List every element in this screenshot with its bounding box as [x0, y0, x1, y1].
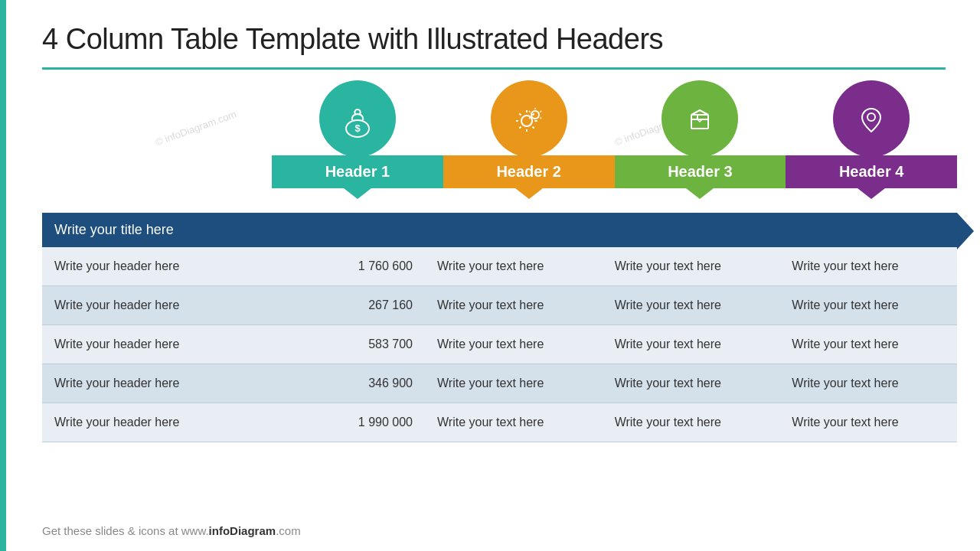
- left-accent-bar: [0, 0, 6, 551]
- table-cell-2-1: 583 700: [260, 325, 425, 364]
- table-cell-2-4: Write your text here: [779, 325, 957, 364]
- header3-icon-circle: [662, 80, 738, 157]
- table-cell-2-0: Write your header here: [42, 325, 260, 364]
- table-cell-0-0: Write your header here: [42, 247, 260, 286]
- table-cell-1-4: Write your text here: [779, 286, 957, 325]
- page-title: 4 Column Table Template with Illustrated…: [42, 23, 663, 56]
- settings-icon: [510, 99, 548, 138]
- table-cell-1-2: Write your text here: [425, 286, 603, 325]
- header4-label: Header 4: [786, 155, 957, 188]
- svg-point-2: [521, 116, 532, 126]
- footer: Get these slides & icons at www.infoDiag…: [42, 524, 301, 537]
- table-cell-1-3: Write your text here: [603, 286, 780, 325]
- header2-icon-circle: [491, 80, 567, 157]
- table-cell-2-2: Write your text here: [425, 325, 603, 364]
- table-container: Write your title here Write your header …: [42, 213, 957, 442]
- header3-label: Header 3: [615, 155, 786, 188]
- header4-icon-circle: [833, 80, 910, 157]
- table-row: Write your header here267 160Write your …: [42, 286, 957, 325]
- table-cell-2-3: Write your text here: [603, 325, 780, 364]
- table-cell-4-2: Write your text here: [425, 403, 603, 442]
- header1-icon-circle: $: [319, 80, 396, 157]
- table-row: Write your header here1 760 600Write you…: [42, 247, 957, 286]
- table-cell-1-1: 267 160: [260, 286, 425, 325]
- footer-suffix: .com: [276, 524, 301, 537]
- footer-brand: infoDiagram: [209, 524, 276, 537]
- title-underline: [42, 67, 946, 70]
- table-cell-3-4: Write your text here: [779, 364, 957, 403]
- table-cell-3-0: Write your header here: [42, 364, 260, 403]
- header2-label: Header 2: [443, 155, 615, 188]
- row-label-spacer: [42, 80, 272, 188]
- box-icon: [681, 99, 719, 138]
- table-cell-4-4: Write your text here: [779, 403, 957, 442]
- table-cell-4-3: Write your text here: [603, 403, 780, 442]
- column-header-4: Header 4: [786, 80, 957, 188]
- section-title-text: Write your title here: [54, 222, 174, 237]
- footer-text: Get these slides & icons at www.: [42, 524, 209, 537]
- table-row: Write your header here346 900Write your …: [42, 364, 957, 403]
- column-header-3: Header 3: [615, 80, 786, 188]
- table-cell-0-2: Write your text here: [425, 247, 603, 286]
- money-bag-icon: $: [338, 99, 377, 138]
- location-icon: [852, 99, 890, 138]
- header1-label: Header 1: [272, 155, 443, 188]
- column-headers-area: $ Header 1 Header 2: [42, 80, 957, 188]
- section-title-row: Write your title here: [42, 213, 957, 247]
- table-cell-4-0: Write your header here: [42, 403, 260, 442]
- data-table: Write your header here1 760 600Write you…: [42, 247, 957, 442]
- table-cell-0-3: Write your text here: [603, 247, 780, 286]
- table-cell-1-0: Write your header here: [42, 286, 260, 325]
- svg-point-5: [867, 113, 875, 121]
- table-cell-3-3: Write your text here: [603, 364, 780, 403]
- svg-text:$: $: [354, 122, 361, 134]
- column-header-2: Header 2: [443, 80, 615, 188]
- table-cell-4-1: 1 990 000: [260, 403, 425, 442]
- table-row: Write your header here583 700Write your …: [42, 325, 957, 364]
- table-cell-0-4: Write your text here: [779, 247, 957, 286]
- column-header-1: $ Header 1: [272, 80, 443, 188]
- table-cell-3-1: 346 900: [260, 364, 425, 403]
- table-row: Write your header here1 990 000Write you…: [42, 403, 957, 442]
- column-headers: $ Header 1 Header 2: [272, 80, 957, 188]
- table-cell-3-2: Write your text here: [425, 364, 603, 403]
- table-cell-0-1: 1 760 600: [260, 247, 425, 286]
